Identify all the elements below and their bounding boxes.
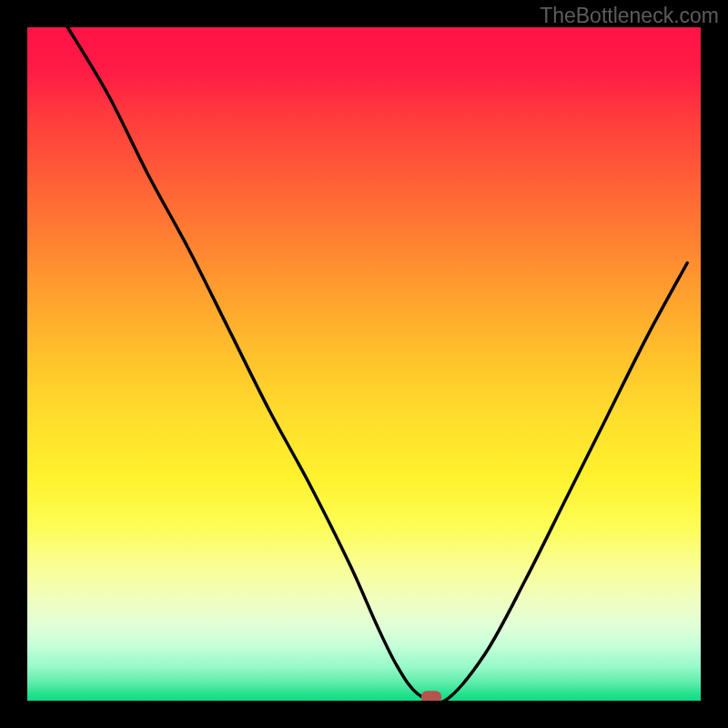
optimum-marker <box>421 691 441 701</box>
bottleneck-curve <box>67 27 687 701</box>
chart-frame: TheBottleneck.com <box>0 0 728 728</box>
curve-svg <box>27 27 701 701</box>
plot-area <box>27 27 701 701</box>
watermark-text: TheBottleneck.com <box>540 4 719 28</box>
